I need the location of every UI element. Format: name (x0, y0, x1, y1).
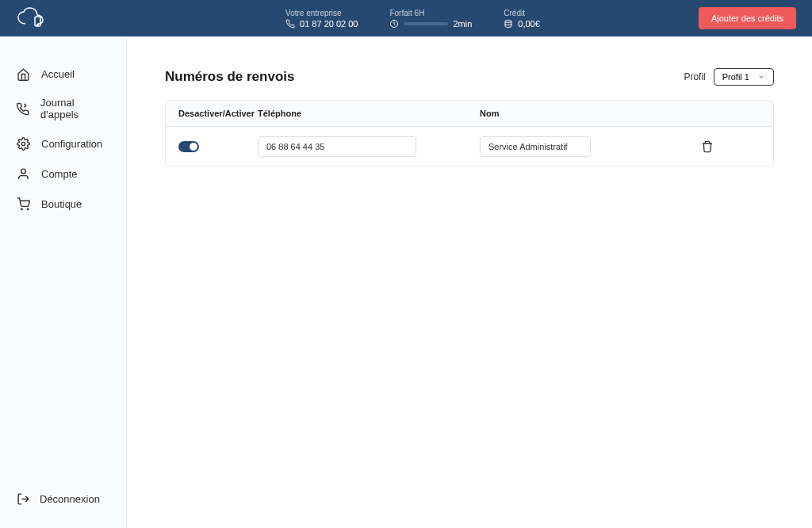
logout-icon (16, 492, 30, 506)
plan-row: 2min (389, 19, 472, 29)
credit-value: 0,00€ (518, 19, 540, 29)
credit-label: Crédit (504, 9, 540, 17)
company-phone-row: 01 87 20 02 00 (285, 19, 358, 29)
user-icon (16, 166, 30, 181)
forward-numbers-table: Desactiver/Activer Téléphone Nom (165, 100, 774, 167)
gear-icon (16, 136, 30, 151)
profile-dropdown[interactable]: Profil 1 (714, 68, 774, 86)
svg-point-1 (37, 24, 39, 25)
sidebar-item-label: Accueil (41, 68, 75, 80)
call-log-icon (16, 101, 29, 116)
page-title: Numéros de renvois (165, 69, 294, 85)
sidebar-item-accueil[interactable]: Accueil (0, 59, 126, 89)
col-header-phone: Téléphone (258, 109, 480, 118)
clock-icon (389, 19, 399, 29)
table-row (166, 127, 773, 166)
logo (16, 6, 127, 30)
svg-point-3 (505, 20, 511, 22)
home-icon (16, 67, 30, 81)
plan-remaining: 2min (453, 19, 472, 29)
svg-point-6 (21, 209, 21, 209)
sidebar-item-configuration[interactable]: Configuration (0, 128, 126, 159)
stat-credit: Crédit 0,00€ (504, 9, 540, 29)
toggle-knob (190, 143, 197, 151)
sidebar-item-label: Boutique (41, 198, 82, 210)
coins-icon (504, 19, 513, 29)
col-header-name: Nom (480, 109, 654, 118)
name-input[interactable] (480, 136, 591, 157)
cloud-phone-icon (16, 6, 52, 30)
profile-select-area: Profil Profil 1 (684, 68, 774, 86)
page-header: Numéros de renvois Profil Profil 1 (165, 68, 774, 86)
sidebar-item-boutique[interactable]: Boutique (0, 189, 126, 219)
plan-label: Forfait 6H (389, 9, 472, 17)
logout-label: Déconnexion (40, 493, 100, 505)
plan-progress (404, 22, 448, 25)
company-label: Votre entreprise (285, 9, 358, 17)
sidebar-item-label: Configuration (41, 138, 102, 150)
row-toggle[interactable] (178, 141, 199, 152)
company-phone: 01 87 20 02 00 (300, 19, 358, 29)
svg-point-5 (21, 169, 25, 174)
trash-icon (701, 140, 714, 153)
phone-icon (285, 19, 295, 29)
stat-plan: Forfait 6H 2min (389, 9, 472, 29)
col-header-toggle: Desactiver/Activer (178, 109, 258, 118)
svg-point-7 (27, 209, 28, 209)
table-header: Desactiver/Activer Téléphone Nom (166, 101, 773, 127)
svg-point-4 (21, 142, 25, 145)
main-content: Numéros de renvois Profil Profil 1 Desac… (127, 36, 812, 528)
add-credits-button[interactable]: Ajouter des crédits (699, 7, 796, 29)
app-header: Votre entreprise 01 87 20 02 00 Forfait … (0, 0, 812, 36)
header-stats: Votre entreprise 01 87 20 02 00 Forfait … (127, 9, 699, 29)
delete-button[interactable] (701, 140, 714, 153)
nav-list: Accueil Journal d'appels Configuration C… (0, 59, 126, 479)
logout-button[interactable]: Déconnexion (0, 479, 126, 528)
phone-input[interactable] (258, 136, 416, 157)
cart-icon (16, 197, 30, 211)
sidebar-item-compte[interactable]: Compte (0, 159, 126, 189)
sidebar-item-label: Journal d'appels (40, 97, 110, 121)
sidebar-item-label: Compte (41, 168, 78, 180)
profile-selected: Profil 1 (722, 72, 749, 82)
stat-company: Votre entreprise 01 87 20 02 00 (285, 9, 358, 29)
sidebar: Accueil Journal d'appels Configuration C… (0, 36, 127, 528)
chevron-down-icon (757, 73, 765, 81)
credit-row: 0,00€ (504, 19, 540, 29)
sidebar-item-journal[interactable]: Journal d'appels (0, 89, 126, 128)
profile-label: Profil (684, 71, 705, 82)
